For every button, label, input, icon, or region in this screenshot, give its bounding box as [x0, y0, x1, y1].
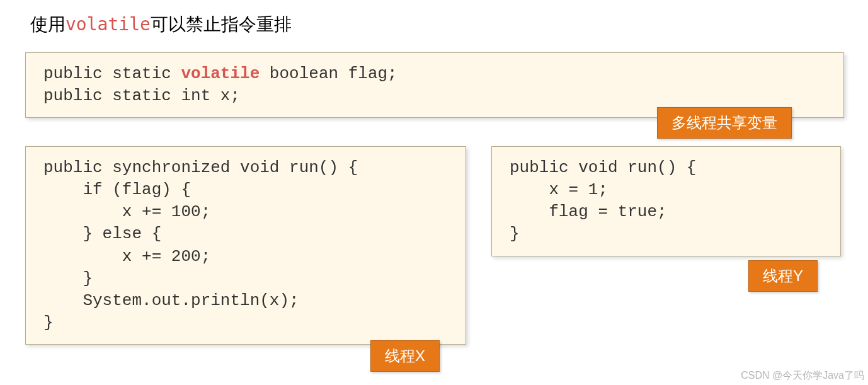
code-line1-keyword: volatile [181, 64, 260, 83]
badge-thread-y: 线程Y [748, 260, 818, 292]
title-suffix: 可以禁止指令重排 [151, 14, 292, 34]
code-line2: public static int x; [43, 86, 240, 105]
code-box-thready: public void run() { x = 1; flag = true; … [491, 146, 841, 256]
badge-thread-x: 线程X [370, 340, 440, 372]
bottom-row: public synchronized void run() { if (fla… [25, 146, 843, 345]
badge-shared-vars: 多线程共享变量 [657, 107, 792, 139]
code-line1-post: boolean flag; [260, 64, 397, 83]
code-box-threadx: public synchronized void run() { if (fla… [25, 146, 466, 345]
page-title: 使用volatile可以禁止指令重排 [25, 13, 843, 37]
title-highlight: volatile [66, 14, 151, 35]
code-line1-pre: public static [43, 64, 181, 83]
watermark: CSDN @今天你学Java了吗 [741, 369, 864, 382]
title-prefix: 使用 [30, 14, 66, 34]
